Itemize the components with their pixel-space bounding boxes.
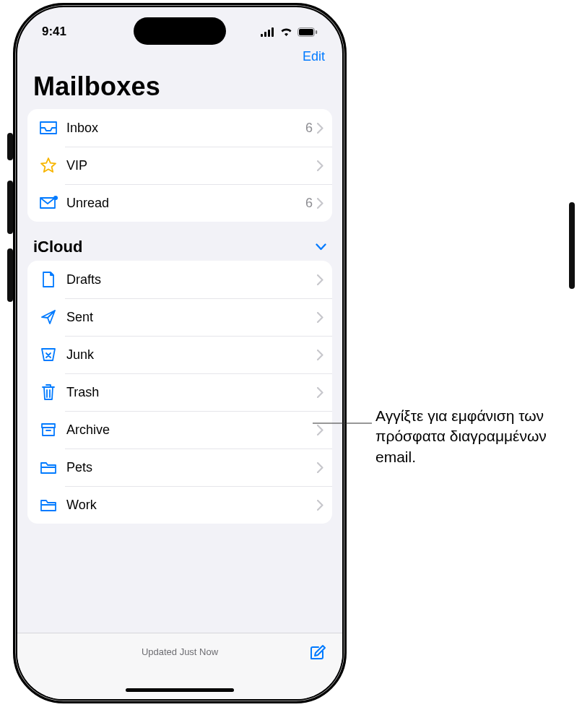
mailbox-drafts[interactable]: Drafts <box>27 261 332 298</box>
mailbox-label: Pets <box>66 460 317 475</box>
iphone-frame: 9:41 Edit Mailboxes <box>13 3 347 703</box>
page-title: Mailboxes <box>17 67 342 109</box>
mailbox-unread[interactable]: Unread 6 <box>27 184 332 222</box>
chevron-right-icon <box>317 274 323 285</box>
mailbox-label: Work <box>66 498 317 513</box>
mailbox-trash[interactable]: Trash <box>27 373 332 411</box>
svg-rect-6 <box>316 30 317 34</box>
trash-icon <box>38 381 59 403</box>
chevron-down-icon <box>316 240 326 254</box>
compose-button[interactable] <box>308 644 326 664</box>
mailbox-label: VIP <box>66 158 317 173</box>
svg-point-7 <box>53 196 58 200</box>
volume-down-button <box>7 248 13 302</box>
folder-icon <box>38 456 59 478</box>
mailbox-count: 6 <box>305 196 313 211</box>
updated-status-text: Updated Just Now <box>142 646 218 657</box>
mailbox-vip[interactable]: VIP <box>27 147 332 184</box>
mailbox-count: 6 <box>305 121 313 136</box>
svg-rect-5 <box>299 29 313 35</box>
mailbox-archive[interactable]: Archive <box>27 411 332 448</box>
mailbox-label: Archive <box>66 422 317 438</box>
svg-rect-0 <box>261 34 263 37</box>
mailbox-work[interactable]: Work <box>27 486 332 524</box>
chevron-right-icon <box>317 160 323 171</box>
junk-bin-icon <box>38 344 59 365</box>
paperplane-icon <box>38 306 59 328</box>
chevron-right-icon <box>317 123 323 134</box>
mailbox-label: Sent <box>66 310 317 325</box>
inbox-icon <box>38 117 59 139</box>
chevron-right-icon <box>317 500 323 511</box>
smart-mailboxes-group: Inbox 6 VIP Unread 6 <box>27 109 332 222</box>
cellular-signal-icon <box>261 27 275 37</box>
power-button <box>569 202 575 289</box>
folder-icon <box>38 494 59 516</box>
mailbox-junk[interactable]: Junk <box>27 336 332 373</box>
svg-rect-1 <box>264 32 266 37</box>
document-icon <box>38 269 59 290</box>
mailbox-label: Drafts <box>66 272 317 287</box>
bottom-toolbar: Updated Just Now <box>17 633 342 699</box>
compose-icon <box>308 654 326 664</box>
archivebox-icon <box>38 419 59 441</box>
mailbox-inbox[interactable]: Inbox 6 <box>27 109 332 147</box>
chevron-right-icon <box>317 312 323 323</box>
mailbox-label: Inbox <box>66 121 305 136</box>
callout-text: Αγγίξτε για εμφάνιση των πρόσφατα διαγρα… <box>375 406 578 467</box>
chevron-right-icon <box>317 387 323 398</box>
mailbox-sent[interactable]: Sent <box>27 298 332 336</box>
icloud-mailboxes-group: Drafts Sent Junk <box>27 261 332 524</box>
section-header-icloud[interactable]: iCloud <box>17 235 342 261</box>
mailbox-label: Unread <box>66 196 305 211</box>
chevron-right-icon <box>317 462 323 473</box>
home-indicator <box>126 688 234 692</box>
mailbox-label: Junk <box>66 347 317 363</box>
mailbox-label: Trash <box>66 385 317 400</box>
dynamic-island <box>134 17 226 45</box>
status-time: 9:41 <box>42 25 66 39</box>
chevron-right-icon <box>317 425 323 436</box>
wifi-icon <box>279 27 293 37</box>
volume-up-button <box>7 181 13 234</box>
mailbox-pets[interactable]: Pets <box>27 448 332 486</box>
svg-rect-2 <box>268 30 270 37</box>
battery-icon <box>297 27 318 37</box>
volume-mute-switch <box>7 133 13 160</box>
nav-bar: Edit <box>17 46 342 67</box>
chevron-right-icon <box>317 198 323 209</box>
star-icon <box>38 155 59 176</box>
svg-rect-3 <box>272 27 274 37</box>
unread-envelope-icon <box>38 192 59 214</box>
edit-button[interactable]: Edit <box>303 49 325 64</box>
section-header-label: iCloud <box>33 238 82 256</box>
chevron-right-icon <box>317 350 323 360</box>
